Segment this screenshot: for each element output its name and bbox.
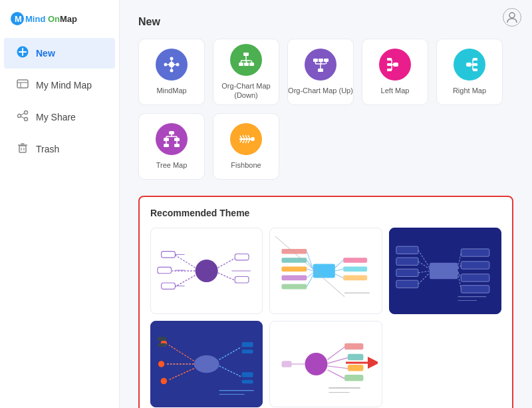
left-map-icon — [379, 49, 411, 81]
svg-rect-116 — [430, 263, 458, 280]
user-avatar-button[interactable] — [503, 8, 521, 27]
svg-rect-146 — [242, 342, 253, 347]
svg-point-135 — [194, 355, 219, 373]
svg-rect-128 — [461, 286, 489, 293]
svg-rect-31 — [239, 63, 243, 66]
svg-rect-88 — [162, 283, 176, 289]
theme-card-3[interactable] — [389, 228, 501, 314]
svg-line-111 — [335, 260, 343, 268]
svg-line-93 — [218, 273, 235, 280]
sidebar-item-trash-label: Trash — [36, 144, 59, 154]
arrow-indicator — [344, 355, 378, 373]
map-card-org-chart-up[interactable]: Org-Chart Map (Up) — [287, 39, 354, 105]
fishbone-label: Fishbone — [231, 160, 261, 170]
svg-rect-162 — [282, 361, 292, 367]
svg-rect-32 — [244, 63, 249, 66]
sidebar: M Mind On Map New — [0, 0, 120, 408]
svg-rect-97 — [313, 264, 335, 278]
svg-point-11 — [25, 111, 28, 114]
svg-rect-41 — [319, 59, 323, 62]
svg-rect-57 — [473, 63, 477, 66]
svg-rect-33 — [249, 63, 254, 66]
map-card-org-chart-down[interactable]: Org-Chart Map(Down) — [213, 39, 279, 105]
map-card-left-map[interactable]: Left Map — [362, 39, 428, 105]
svg-rect-127 — [461, 274, 489, 282]
theme-card-2[interactable] — [269, 228, 382, 314]
theme-card-4[interactable] — [150, 321, 263, 407]
svg-point-22 — [170, 57, 174, 60]
sidebar-item-trash[interactable]: Trash — [4, 134, 115, 164]
tree-map-label: Tree Map — [156, 160, 188, 170]
svg-rect-149 — [242, 380, 253, 384]
svg-rect-40 — [313, 59, 318, 62]
svg-text:On: On — [48, 14, 60, 24]
svg-point-140 — [158, 361, 164, 367]
theme-grid — [150, 228, 501, 407]
svg-line-144 — [219, 347, 241, 359]
svg-line-113 — [335, 274, 343, 278]
svg-rect-100 — [282, 266, 307, 272]
svg-line-122 — [418, 262, 430, 269]
svg-line-85 — [175, 276, 195, 287]
svg-rect-120 — [396, 280, 418, 288]
svg-rect-30 — [243, 53, 249, 56]
svg-line-112 — [335, 269, 343, 271]
map-card-fishbone[interactable]: Fishbone — [213, 113, 279, 180]
main-content: New MindMap — [120, 0, 532, 408]
svg-point-25 — [176, 63, 180, 66]
svg-point-12 — [25, 118, 28, 121]
svg-line-156 — [328, 370, 345, 379]
sidebar-item-my-mind-map-label: My Mind Map — [36, 80, 92, 91]
svg-rect-87 — [158, 267, 172, 273]
map-card-tree-map[interactable]: Tree Map — [138, 113, 205, 180]
svg-rect-109 — [343, 266, 367, 272]
svg-rect-16 — [19, 146, 26, 152]
svg-text:Map: Map — [60, 14, 77, 24]
org-chart-up-icon — [305, 49, 336, 81]
svg-line-92 — [218, 258, 235, 268]
svg-rect-50 — [387, 63, 392, 66]
svg-rect-119 — [396, 269, 418, 276]
svg-rect-86 — [162, 252, 176, 258]
svg-rect-58 — [473, 69, 477, 71]
svg-line-14 — [21, 113, 25, 115]
svg-rect-55 — [466, 63, 471, 67]
map-card-right-map[interactable]: Right Map — [436, 39, 503, 105]
svg-rect-95 — [235, 277, 249, 283]
svg-rect-56 — [473, 58, 477, 61]
svg-rect-62 — [164, 138, 169, 141]
map-card-mindmap[interactable]: MindMap — [138, 39, 205, 105]
svg-rect-51 — [387, 69, 392, 71]
mindmap-label: MindMap — [156, 86, 186, 95]
recommended-title: Recommended Theme — [150, 208, 501, 218]
svg-rect-160 — [344, 375, 363, 381]
svg-point-23 — [170, 69, 174, 72]
svg-rect-118 — [396, 258, 418, 265]
mind-map-icon — [16, 78, 29, 93]
svg-line-136 — [169, 345, 194, 361]
theme-card-1[interactable] — [150, 228, 263, 314]
sidebar-item-my-share[interactable]: My Share — [4, 102, 115, 132]
svg-point-24 — [164, 63, 168, 66]
share-icon — [16, 110, 29, 124]
svg-rect-117 — [396, 246, 418, 254]
svg-point-141 — [161, 378, 167, 384]
svg-line-105 — [307, 269, 313, 271]
svg-point-167 — [509, 13, 515, 18]
tree-map-icon — [156, 123, 188, 155]
sidebar-item-my-mind-map[interactable]: My Mind Map — [4, 70, 115, 101]
svg-line-145 — [219, 366, 241, 377]
svg-rect-39 — [318, 69, 323, 72]
svg-rect-65 — [174, 144, 180, 147]
theme-card-5[interactable] — [269, 321, 382, 407]
svg-point-81 — [251, 137, 255, 141]
svg-rect-110 — [343, 276, 367, 281]
sidebar-item-new[interactable]: New — [4, 38, 115, 69]
svg-rect-8 — [17, 80, 28, 88]
trash-icon — [16, 142, 29, 156]
svg-rect-125 — [461, 249, 489, 256]
svg-line-83 — [175, 255, 195, 268]
svg-rect-157 — [344, 343, 363, 349]
svg-rect-64 — [164, 144, 169, 147]
top-bar — [503, 8, 521, 27]
